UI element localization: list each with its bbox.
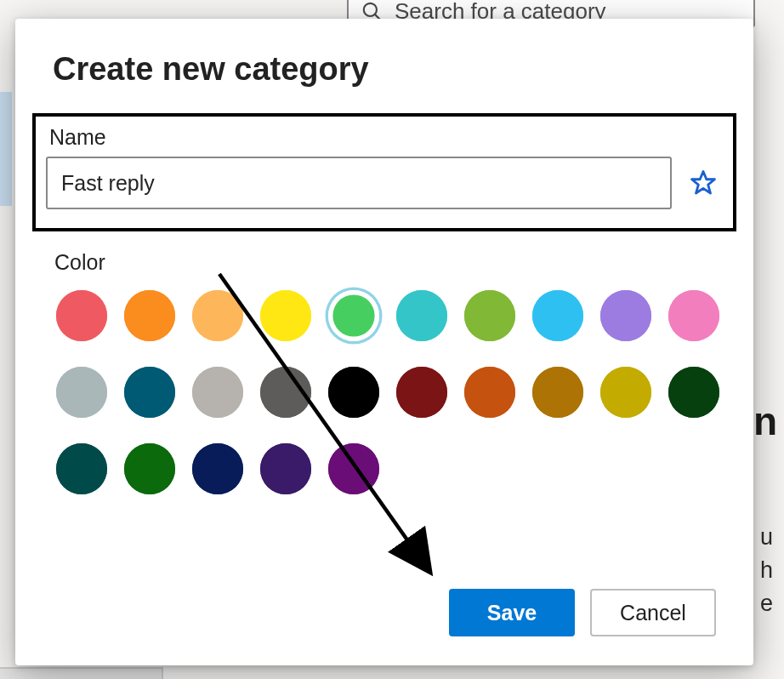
color-swatch-red[interactable] <box>56 290 107 341</box>
color-swatch-deep-teal[interactable] <box>56 443 107 494</box>
color-swatch-dark-purple[interactable] <box>260 443 311 494</box>
dialog-title: Create new category <box>53 51 716 88</box>
bg-bottom-strip <box>0 667 163 679</box>
color-swatch-orange[interactable] <box>124 290 175 341</box>
color-swatch-light-green[interactable] <box>328 290 379 341</box>
create-category-dialog: Create new category Name Color <box>15 19 753 665</box>
color-swatch-dark-teal[interactable] <box>124 367 175 418</box>
color-swatch-peach[interactable] <box>192 290 243 341</box>
color-swatch-grid <box>56 290 716 494</box>
color-swatch-dark-green[interactable] <box>668 367 719 418</box>
name-label: Name <box>49 125 723 150</box>
name-row <box>46 157 723 209</box>
color-swatch-gray[interactable] <box>192 367 243 418</box>
name-section-highlight: Name <box>32 113 736 231</box>
svg-point-0 <box>364 3 377 16</box>
color-swatch-olive[interactable] <box>464 290 515 341</box>
bg-left-strip <box>0 92 12 206</box>
dialog-footer: Save Cancel <box>449 589 716 636</box>
favorite-toggle[interactable] <box>684 163 723 203</box>
color-swatch-magenta[interactable] <box>328 443 379 494</box>
color-swatch-steel[interactable] <box>56 367 107 418</box>
color-label: Color <box>54 250 716 275</box>
color-swatch-dark-orange[interactable] <box>464 367 515 418</box>
cancel-button[interactable]: Cancel <box>590 589 716 636</box>
color-swatch-forest-green[interactable] <box>124 443 175 494</box>
bg-fragment-1: n <box>753 398 784 437</box>
color-swatch-dark-red[interactable] <box>396 367 447 418</box>
color-swatch-teal[interactable] <box>396 290 447 341</box>
star-icon <box>689 165 718 201</box>
color-swatch-lavender[interactable] <box>600 290 651 341</box>
app-background: Search for a category n u h e Create new… <box>0 0 784 679</box>
svg-marker-2 <box>692 172 715 194</box>
bg-fragment-2: u h e <box>760 521 784 640</box>
color-swatch-dark-yellow[interactable] <box>600 367 651 418</box>
color-swatch-yellow[interactable] <box>260 290 311 341</box>
category-name-input[interactable] <box>46 157 672 209</box>
color-swatch-dark-blue[interactable] <box>192 443 243 494</box>
color-swatch-brown[interactable] <box>532 367 583 418</box>
color-swatch-pink[interactable] <box>668 290 719 341</box>
color-swatch-black[interactable] <box>328 367 379 418</box>
color-swatch-sky-blue[interactable] <box>532 290 583 341</box>
save-button[interactable]: Save <box>449 589 575 636</box>
color-swatch-dark-gray[interactable] <box>260 367 311 418</box>
